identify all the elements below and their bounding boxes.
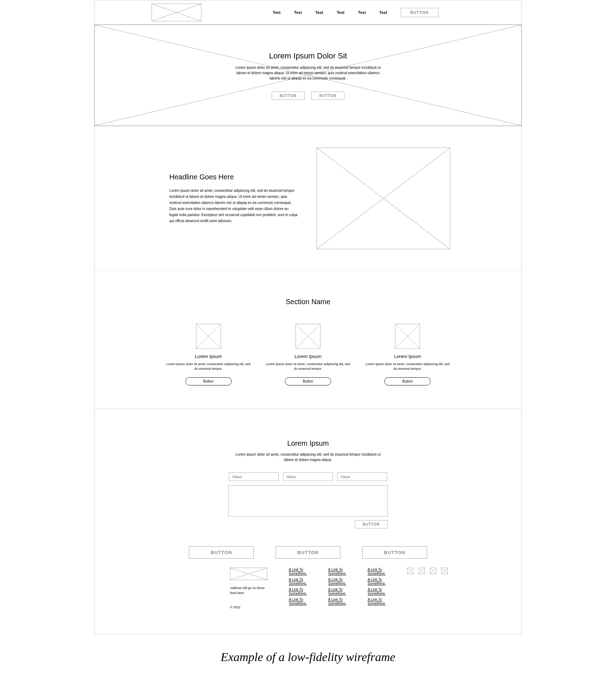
social-icon[interactable] xyxy=(441,568,448,574)
footer-link-column: A Link To Something. A Link To Something… xyxy=(289,568,307,609)
nav-link[interactable]: Text xyxy=(315,10,323,15)
social-icon[interactable] xyxy=(430,568,436,574)
footer-link[interactable]: A Link To Something. xyxy=(328,568,346,575)
card-button[interactable]: Button xyxy=(384,377,431,385)
cta-button-1[interactable]: BUTTON xyxy=(189,546,254,559)
hero-section: Lorem Ipsum Dolor Sit Lorem ipsum dolor … xyxy=(94,25,522,126)
footer-link[interactable]: A Link To Something. xyxy=(328,588,346,595)
site-footer: Address will go on these lines here © 20… xyxy=(166,568,450,616)
form-textarea[interactable] xyxy=(228,485,388,517)
footer-link[interactable]: A Link To Something. xyxy=(328,578,346,585)
primary-nav: Text Text Text Text Text Text xyxy=(273,10,387,15)
form-input-1[interactable] xyxy=(229,472,279,481)
form-submit-button[interactable]: BUTTON xyxy=(355,520,388,528)
footer-link[interactable]: A Link To Something. xyxy=(289,568,307,575)
card-image-placeholder xyxy=(196,324,221,349)
footer-link[interactable]: A Link To Something. xyxy=(368,578,386,585)
form-title: Lorem Ipsum xyxy=(166,439,450,447)
card-body: Lorem ipsum dolor sit amet, consectetur … xyxy=(166,362,251,371)
footer-address: Address will go on these lines here xyxy=(230,586,267,595)
twocol-body: Lorem ipsum dolor sit amet, consectetur … xyxy=(169,188,298,224)
twocol-headline: Headline Goes Here xyxy=(169,173,302,181)
site-header: Text Text Text Text Text Text BUTTON xyxy=(94,0,522,25)
form-input-3[interactable] xyxy=(337,472,387,481)
footer-link[interactable]: A Link To Something. xyxy=(289,578,307,585)
nav-link[interactable]: Text xyxy=(379,10,387,15)
nav-link[interactable]: Text xyxy=(358,10,366,15)
footer-link[interactable]: A Link To Something. xyxy=(368,568,386,575)
form-input-2[interactable] xyxy=(283,472,333,481)
nav-link[interactable]: Text xyxy=(273,10,281,15)
cta-button-2[interactable]: BUTTON xyxy=(276,546,340,559)
card-title: Lorem Ipsum xyxy=(195,354,222,359)
twocol-image-placeholder xyxy=(317,148,450,249)
card-body: Lorem ipsum dolor sit amet, consectetur … xyxy=(365,362,450,371)
card-grid-section: Section Name Lorem Ipsum Lorem ipsum dol… xyxy=(94,271,522,409)
footer-link[interactable]: A Link To Something. xyxy=(328,598,346,605)
footer-link[interactable]: A Link To Something. xyxy=(289,598,307,605)
feature-card: Lorem Ipsum Lorem ipsum dolor sit amet, … xyxy=(265,324,350,385)
figure-caption: Example of a low-fidelity wireframe xyxy=(0,650,616,678)
footer-logo-placeholder xyxy=(230,568,267,580)
card-image-placeholder xyxy=(296,324,320,349)
card-button[interactable]: Button xyxy=(185,377,232,385)
footer-link-column: A Link To Something. A Link To Something… xyxy=(328,568,346,609)
feature-card: Lorem Ipsum Lorem ipsum dolor sit amet, … xyxy=(166,324,251,385)
header-cta-button[interactable]: BUTTON xyxy=(401,8,438,17)
logo-placeholder xyxy=(152,4,201,21)
social-icon[interactable] xyxy=(407,568,414,574)
card-image-placeholder xyxy=(395,324,420,349)
hero-title: Lorem Ipsum Dolor Sit xyxy=(94,51,522,61)
footer-link[interactable]: A Link To Something. xyxy=(368,598,386,605)
feature-card: Lorem Ipsum Lorem ipsum dolor sit amet, … xyxy=(365,324,450,385)
card-button[interactable]: Button xyxy=(285,377,331,385)
footer-link[interactable]: A Link To Something. xyxy=(289,588,307,595)
footer-link[interactable]: A Link To Something. xyxy=(368,588,386,595)
card-title: Lorem Ipsum xyxy=(394,354,421,359)
cta-row: BUTTON BUTTON BUTTON xyxy=(166,546,450,559)
footer-social-row xyxy=(407,568,448,609)
hero-button-primary[interactable]: BUTTON xyxy=(272,92,305,100)
footer-copyright: © 2022 xyxy=(230,605,267,609)
hero-button-secondary[interactable]: BUTTON xyxy=(311,92,344,100)
hero-body: Lorem ipsum dolor sit amet, consectetur … xyxy=(233,65,383,81)
footer-link-column: A Link To Something. A Link To Something… xyxy=(368,568,386,609)
form-body: Lorem ipsum dolor sit amet, consectetur … xyxy=(233,452,383,462)
two-column-section: Headline Goes Here Lorem ipsum dolor sit… xyxy=(94,126,522,271)
grid-title: Section Name xyxy=(166,298,450,306)
social-icon[interactable] xyxy=(419,568,425,574)
nav-link[interactable]: Text xyxy=(294,10,302,15)
card-title: Lorem Ipsum xyxy=(294,354,322,359)
card-body: Lorem ipsum dolor sit amet, consectetur … xyxy=(265,362,350,371)
cta-button-3[interactable]: BUTTON xyxy=(362,546,427,559)
nav-link[interactable]: Text xyxy=(337,10,344,15)
contact-form-section: Lorem Ipsum Lorem ipsum dolor sit amet, … xyxy=(94,409,522,634)
